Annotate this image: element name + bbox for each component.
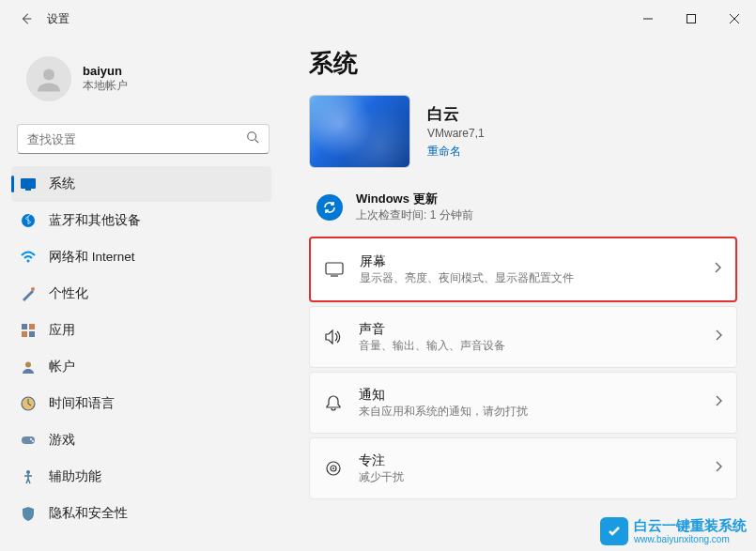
sidebar-item-label: 应用 xyxy=(49,322,262,339)
account-type: 本地帐户 xyxy=(83,78,128,94)
card-notifications[interactable]: 通知 来自应用和系统的通知，请勿打扰 xyxy=(309,372,737,434)
person-icon xyxy=(21,360,36,375)
card-subtitle: 显示器、亮度、夜间模式、显示器配置文件 xyxy=(360,270,698,286)
main: 系统 白云 VMware7,1 重命名 Windows 更新 上次检查时间: 1… xyxy=(286,38,756,551)
accessibility-icon xyxy=(21,469,36,484)
svg-point-21 xyxy=(26,470,30,474)
svg-rect-14 xyxy=(22,331,27,337)
svg-line-6 xyxy=(255,140,259,144)
close-button[interactable] xyxy=(713,0,756,38)
gamepad-icon xyxy=(21,433,36,448)
svg-rect-22 xyxy=(326,263,343,274)
bluetooth-icon xyxy=(21,213,36,228)
watermark-text: 白云一键重装系统 xyxy=(634,518,747,534)
maximize-button[interactable] xyxy=(670,0,713,38)
svg-rect-18 xyxy=(22,436,35,444)
card-display[interactable]: 屏幕 显示器、亮度、夜间模式、显示器配置文件 xyxy=(309,237,737,302)
focus-icon xyxy=(323,458,344,479)
sidebar-item-label: 帐户 xyxy=(49,359,262,375)
sidebar-item-apps[interactable]: 应用 xyxy=(11,313,271,348)
card-title: 通知 xyxy=(359,387,699,404)
svg-point-10 xyxy=(27,260,30,263)
chevron-right-icon xyxy=(714,460,723,477)
svg-point-19 xyxy=(30,438,32,440)
chevron-right-icon xyxy=(713,261,722,278)
sidebar-item-accessibility[interactable]: 辅助功能 xyxy=(11,459,271,495)
watermark-url: www.baiyunxitong.com xyxy=(634,534,747,544)
card-title: 屏幕 xyxy=(360,253,698,270)
sidebar-item-personalization[interactable]: 个性化 xyxy=(11,276,271,312)
page-title: 系统 xyxy=(309,47,737,80)
card-subtitle: 音量、输出、输入、声音设备 xyxy=(359,338,699,354)
watermark-logo xyxy=(600,517,628,545)
sidebar-item-accounts[interactable]: 帐户 xyxy=(11,349,271,385)
bell-icon xyxy=(323,392,344,413)
device-name: 白云 xyxy=(427,103,485,125)
update-subtitle: 上次检查时间: 1 分钟前 xyxy=(356,207,473,223)
svg-rect-13 xyxy=(29,324,35,329)
avatar xyxy=(26,56,71,101)
sidebar-item-label: 时间和语言 xyxy=(49,395,262,412)
search-input[interactable] xyxy=(17,124,270,154)
sidebar-item-label: 网络和 Internet xyxy=(49,249,262,266)
username: baiyun xyxy=(83,64,128,78)
svg-point-20 xyxy=(32,440,34,442)
device-info-row: 白云 VMware7,1 重命名 xyxy=(309,95,737,168)
sidebar-item-label: 游戏 xyxy=(49,432,262,449)
search-icon xyxy=(246,130,259,147)
svg-point-26 xyxy=(332,467,334,469)
sidebar-item-label: 个性化 xyxy=(49,285,262,302)
chevron-right-icon xyxy=(714,329,723,345)
sidebar-item-system[interactable]: 系统 xyxy=(11,166,271,202)
user-block[interactable]: baiyun 本地帐户 xyxy=(0,47,286,120)
sidebar-item-label: 隐私和安全性 xyxy=(49,505,262,522)
apps-icon xyxy=(21,323,36,338)
svg-rect-7 xyxy=(21,178,36,189)
monitor-icon xyxy=(324,259,345,280)
window-title: 设置 xyxy=(47,11,69,27)
card-title: 声音 xyxy=(359,321,699,338)
sidebar-item-time-language[interactable]: 时间和语言 xyxy=(11,386,271,421)
card-title: 专注 xyxy=(359,452,699,469)
svg-point-5 xyxy=(248,132,256,141)
minimize-button[interactable] xyxy=(626,0,670,38)
sidebar-item-gaming[interactable]: 游戏 xyxy=(11,422,271,458)
card-subtitle: 来自应用和系统的通知，请勿打扰 xyxy=(359,404,699,420)
card-focus[interactable]: 专注 减少干扰 xyxy=(309,437,737,499)
wifi-icon xyxy=(21,250,36,265)
windows-update-link[interactable]: Windows 更新 上次检查时间: 1 分钟前 xyxy=(309,185,737,237)
shield-icon xyxy=(21,506,36,521)
update-title: Windows 更新 xyxy=(356,191,473,207)
display-icon xyxy=(21,176,36,191)
sidebar: baiyun 本地帐户 系统 蓝牙和其他设备 网络和 Internet xyxy=(0,38,286,551)
svg-rect-15 xyxy=(29,331,35,337)
sidebar-item-label: 辅助功能 xyxy=(49,468,262,485)
sidebar-item-network[interactable]: 网络和 Internet xyxy=(11,239,271,275)
device-model: VMware7,1 xyxy=(427,127,485,140)
chevron-right-icon xyxy=(714,394,723,411)
brush-icon xyxy=(21,286,36,301)
sidebar-item-privacy[interactable]: 隐私和安全性 xyxy=(11,496,271,531)
sidebar-item-label: 系统 xyxy=(49,176,262,192)
svg-rect-1 xyxy=(687,15,696,23)
titlebar: 设置 xyxy=(0,0,756,38)
device-thumbnail[interactable] xyxy=(309,95,410,168)
speaker-icon xyxy=(323,327,344,347)
svg-point-11 xyxy=(31,287,35,291)
svg-point-16 xyxy=(25,362,31,368)
back-button[interactable] xyxy=(19,11,34,26)
sidebar-item-label: 蓝牙和其他设备 xyxy=(49,212,262,229)
clock-globe-icon xyxy=(21,396,36,411)
nav: 系统 蓝牙和其他设备 网络和 Internet 个性化 应用 帐户 xyxy=(0,165,286,551)
sync-icon xyxy=(316,194,343,221)
svg-rect-8 xyxy=(25,189,31,191)
search-field[interactable] xyxy=(27,132,246,146)
svg-point-4 xyxy=(43,69,54,81)
sidebar-item-bluetooth[interactable]: 蓝牙和其他设备 xyxy=(11,203,271,238)
card-subtitle: 减少干扰 xyxy=(359,469,699,485)
rename-link[interactable]: 重命名 xyxy=(427,144,485,160)
watermark: 白云一键重装系统 www.baiyunxitong.com xyxy=(600,517,747,545)
card-sound[interactable]: 声音 音量、输出、输入、声音设备 xyxy=(309,306,737,368)
svg-rect-12 xyxy=(22,324,27,329)
